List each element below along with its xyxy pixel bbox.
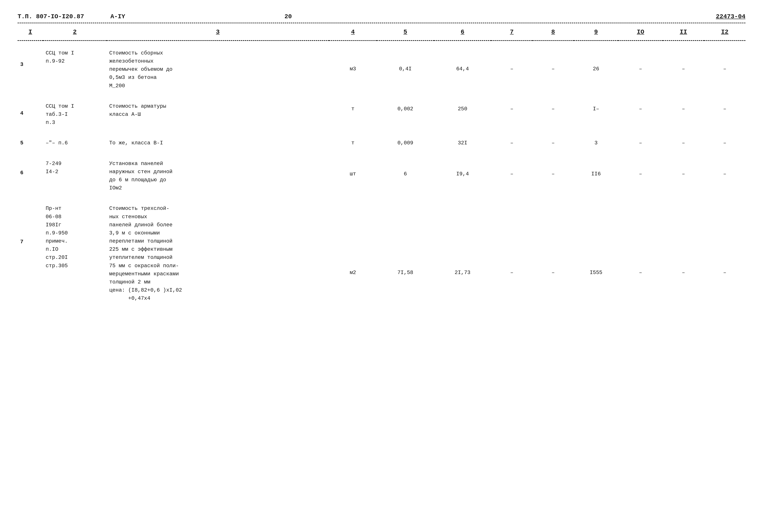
- row-6-col10: –: [618, 158, 663, 194]
- row-5-col12: –: [704, 137, 745, 149]
- row-5-col7: –: [491, 137, 532, 149]
- row-4-col9: I–: [574, 100, 618, 129]
- col-header-4: 4: [329, 26, 377, 41]
- row-6-desc: Установка панелейнаружных стен длинойдо …: [107, 158, 329, 194]
- col-header-1: I: [18, 26, 43, 41]
- row-4-price: 250: [434, 100, 491, 129]
- row-4-qty: 0,002: [377, 100, 434, 129]
- row-6-col11: –: [663, 158, 704, 194]
- row-7-col8: –: [532, 203, 574, 304]
- row-4-col8: –: [532, 100, 574, 129]
- spacer-2: [18, 92, 745, 100]
- row-3-col8: –: [532, 47, 574, 92]
- row-7-col11: –: [663, 203, 704, 304]
- row-6-col7: –: [491, 158, 532, 194]
- row-4-col12: –: [704, 100, 745, 129]
- page-number: 20: [284, 13, 292, 20]
- row-3-desc: Стоимость сборныхжелезобетонныхперемычек…: [107, 47, 329, 92]
- row-5-desc: То же, класса В-I: [107, 137, 329, 149]
- row-4-col10: –: [618, 100, 663, 129]
- row-4-num: 4: [18, 100, 43, 129]
- row-5-num: 5: [18, 137, 43, 149]
- doc-variant: A-IY: [110, 13, 125, 20]
- col-header-5: 5: [377, 26, 434, 41]
- row-7-col10: –: [618, 203, 663, 304]
- row-7-unit: м2: [329, 203, 377, 304]
- row-6-col12: –: [704, 158, 745, 194]
- row-4-col7: –: [491, 100, 532, 129]
- top-divider: [18, 23, 745, 23]
- row-4-col11: –: [663, 100, 704, 129]
- col-header-11: II: [663, 26, 704, 41]
- column-headers-table: I 2 3 4 5 6 7 8 9 IO II I2 3 ССЦ том Iп.…: [18, 26, 745, 304]
- row-5-col11: –: [663, 137, 704, 149]
- row-5-price: 32I: [434, 137, 491, 149]
- row-6-num: 6: [18, 158, 43, 194]
- row-3-col12: –: [704, 47, 745, 92]
- col-header-7: 7: [491, 26, 532, 41]
- stamp-number: 22473-04: [716, 13, 745, 20]
- row-6-col9: II6: [574, 158, 618, 194]
- row-7-col7: –: [491, 203, 532, 304]
- row-5-unit: т: [329, 137, 377, 149]
- row-6-col8: –: [532, 158, 574, 194]
- spacer-3: [18, 128, 745, 137]
- row-7-col9: I555: [574, 203, 618, 304]
- page-header: T.П. 807-IO-I20.87 A-IY 20 22473-04: [18, 13, 745, 20]
- col-header-2: 2: [43, 26, 107, 41]
- col-header-10: IO: [618, 26, 663, 41]
- row-5-ref: –"– п.6: [43, 137, 107, 149]
- col-header-9: 9: [574, 26, 618, 41]
- table-row: 7 Пр-нт06-08I98Iгп.9-950примеч.п.IOстр.2…: [18, 203, 745, 304]
- row-4-unit: т: [329, 100, 377, 129]
- row-3-ref: ССЦ том Iп.9-92: [43, 47, 107, 92]
- col-header-12: I2: [704, 26, 745, 41]
- row-7-price: 2I,73: [434, 203, 491, 304]
- col-header-3: 3: [107, 26, 329, 41]
- row-3-col11: –: [663, 47, 704, 92]
- table-row: 6 7-249I4-2 Установка панелейнаружных ст…: [18, 158, 745, 194]
- row-7-num: 7: [18, 203, 43, 304]
- row-6-qty: 6: [377, 158, 434, 194]
- row-5-qty: 0,009: [377, 137, 434, 149]
- table-row: 3 ССЦ том Iп.9-92 Стоимость сборныхжелез…: [18, 47, 745, 92]
- row-3-col7: –: [491, 47, 532, 92]
- row-6-ref: 7-249I4-2: [43, 158, 107, 194]
- row-7-ref: Пр-нт06-08I98Iгп.9-950примеч.п.IOстр.20I…: [43, 203, 107, 304]
- col-header-6: 6: [434, 26, 491, 41]
- row-3-num: 3: [18, 47, 43, 92]
- row-7-desc: Стоимость трехслой-ных стеновыхпанелей д…: [107, 203, 329, 304]
- column-header-row: I 2 3 4 5 6 7 8 9 IO II I2: [18, 26, 745, 41]
- spacer-4: [18, 149, 745, 158]
- row-7-qty: 7I,58: [377, 203, 434, 304]
- row-5-col10: –: [618, 137, 663, 149]
- row-3-unit: м3: [329, 47, 377, 92]
- col-header-8: 8: [532, 26, 574, 41]
- row-5-col9: 3: [574, 137, 618, 149]
- row-3-qty: 0,4I: [377, 47, 434, 92]
- row-3-price: 64,4: [434, 47, 491, 92]
- row-3-col10: –: [618, 47, 663, 92]
- table-row: 5 –"– п.6 То же, класса В-I т 0,009 32I …: [18, 137, 745, 149]
- row-3-col9: 26: [574, 47, 618, 92]
- doc-reference: T.П. 807-IO-I20.87: [18, 13, 84, 20]
- spacer-5: [18, 194, 745, 203]
- row-7-col12: –: [704, 203, 745, 304]
- row-6-unit: шт: [329, 158, 377, 194]
- spacer-1: [18, 41, 745, 47]
- table-row: 4 ССЦ том Iтаб.3-Iп.3 Стоимость арматуры…: [18, 100, 745, 129]
- row-5-col8: –: [532, 137, 574, 149]
- row-6-price: I9,4: [434, 158, 491, 194]
- row-4-desc: Стоимость арматурыкласса А-Ш: [107, 100, 329, 129]
- row-4-ref: ССЦ том Iтаб.3-Iп.3: [43, 100, 107, 129]
